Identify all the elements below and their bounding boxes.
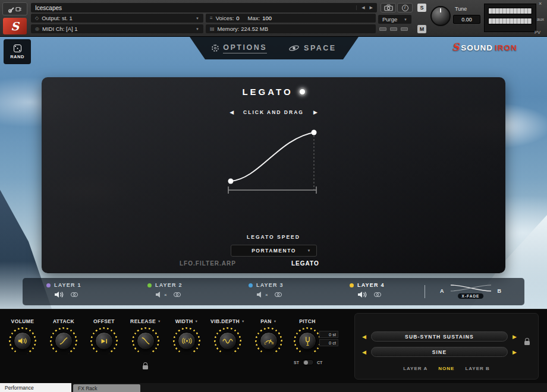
output-icon: ◇ bbox=[35, 15, 39, 21]
legato-curve[interactable] bbox=[231, 132, 314, 181]
layer-3-tab[interactable]: LAYER 3 × bbox=[249, 282, 284, 298]
legato-curve-graph[interactable] bbox=[224, 124, 321, 201]
output-value: Output: st. 1 bbox=[42, 15, 73, 21]
mute-x-icon: × bbox=[265, 292, 268, 298]
tune-value[interactable]: 0.00 bbox=[453, 15, 480, 24]
midi-value: MIDI Ch: [A] 1 bbox=[42, 26, 78, 32]
close-button[interactable]: × bbox=[539, 1, 542, 7]
volume-knob-unit: VOLUME bbox=[3, 318, 42, 355]
link-icon[interactable] bbox=[174, 292, 181, 297]
tab-options[interactable]: OPTIONS bbox=[212, 43, 267, 53]
release-menu-arrow[interactable]: ▼ bbox=[158, 320, 161, 323]
aux-label[interactable]: aux bbox=[537, 17, 544, 22]
pitch-knob[interactable] bbox=[294, 327, 321, 355]
link-icon[interactable] bbox=[275, 292, 282, 297]
next-arrow-icon[interactable]: ▶ bbox=[313, 109, 317, 115]
layerbar-divider bbox=[425, 285, 425, 298]
info-button[interactable]: i bbox=[397, 3, 413, 12]
pitch-label: PITCH bbox=[299, 318, 316, 324]
prev-arrow-icon[interactable]: ◀ bbox=[230, 109, 234, 115]
prev-waveform-arrow[interactable]: ◀ bbox=[362, 349, 366, 355]
snapshot-button[interactable] bbox=[381, 3, 396, 12]
legato-speed-label: LEGATO SPEED bbox=[42, 234, 505, 240]
tuning-fork-icon bbox=[304, 336, 311, 346]
tools-button[interactable] bbox=[2, 2, 27, 15]
header-led-indicators bbox=[379, 27, 408, 31]
layer-3-label: LAYER 3 bbox=[256, 282, 284, 288]
pan-knob-unit: PAN ▼ L R bbox=[249, 318, 288, 355]
level-meter-left bbox=[488, 8, 532, 14]
pan-knob[interactable]: L R bbox=[255, 327, 282, 355]
layer-2-tab[interactable]: LAYER 2 × bbox=[147, 282, 183, 298]
offset-label: OFFSET bbox=[93, 318, 115, 324]
prev-instrument-arrow[interactable]: ◀ bbox=[361, 5, 364, 10]
page-link-legato[interactable]: LEGATO bbox=[291, 260, 319, 267]
xfade-control: A X-FADE B bbox=[440, 283, 501, 299]
tab-space[interactable]: SPACE bbox=[288, 44, 337, 52]
release-knob[interactable] bbox=[132, 327, 159, 355]
attack-label: ATTACK bbox=[53, 318, 74, 324]
memory-readout: ▤ Memory: 224.52 MB bbox=[206, 24, 376, 33]
legato-speed-dropdown[interactable]: PORTAMENTO ▼ bbox=[231, 245, 317, 257]
tab-space-label: SPACE bbox=[304, 44, 337, 52]
width-knob[interactable] bbox=[173, 327, 200, 355]
none-option[interactable]: NONE bbox=[438, 366, 454, 371]
curve-end-handle[interactable] bbox=[312, 130, 317, 135]
purge-button[interactable]: Purge ▼ bbox=[378, 15, 411, 24]
solo-button[interactable]: S bbox=[417, 4, 426, 12]
articulation-selector[interactable]: SUB-SYNTH SUSTAINS bbox=[371, 331, 508, 342]
preset-lock-icon[interactable] bbox=[524, 341, 530, 345]
layer-1-header: LAYER 1 bbox=[46, 282, 81, 288]
curve-start-handle[interactable] bbox=[228, 179, 234, 184]
output-selector[interactable]: ◇ Output: st. 1 ▼ bbox=[31, 14, 203, 23]
soundiron-logo: S SOUND IRON bbox=[452, 41, 517, 53]
link-icon[interactable] bbox=[71, 292, 78, 297]
layer-4-header: LAYER 4 bbox=[350, 282, 385, 288]
width-menu-arrow[interactable]: ▼ bbox=[195, 320, 199, 323]
st-ct-toggle[interactable] bbox=[302, 359, 314, 365]
offset-knob[interactable] bbox=[90, 327, 118, 355]
speaker-on-icon[interactable] bbox=[357, 291, 367, 298]
instrument-title-strip[interactable]: Icescapes ◀ ▶ bbox=[31, 3, 377, 12]
led-indicator bbox=[390, 27, 397, 31]
volume-knob[interactable] bbox=[9, 327, 36, 355]
tune-knob[interactable] bbox=[430, 6, 451, 26]
layer-ab-selector: LAYER A NONE LAYER B bbox=[355, 366, 538, 371]
mute-button[interactable]: M bbox=[417, 25, 426, 33]
xfade-slider[interactable]: X-FADE bbox=[449, 283, 493, 299]
tab-fx-rack[interactable]: FX Rack bbox=[73, 384, 140, 392]
click-drag-label: CLICK AND DRAG bbox=[243, 109, 304, 115]
layer-1-tab[interactable]: LAYER 1 bbox=[46, 282, 81, 298]
speaker-muted-icon[interactable] bbox=[256, 291, 263, 298]
attack-knob[interactable] bbox=[50, 327, 77, 355]
performance-controls: VOLUME ATTACK bbox=[0, 309, 547, 383]
vibdepth-menu-arrow[interactable]: ▼ bbox=[241, 320, 245, 323]
speaker-muted-icon[interactable] bbox=[155, 291, 162, 298]
speaker-on-icon[interactable] bbox=[54, 291, 64, 298]
next-waveform-arrow[interactable]: ▶ bbox=[513, 349, 517, 355]
next-articulation-arrow[interactable]: ▶ bbox=[513, 334, 517, 340]
svg-text:L: L bbox=[264, 342, 266, 345]
waveform-selector[interactable]: SINE bbox=[371, 347, 508, 357]
pan-menu-arrow[interactable]: ▼ bbox=[274, 320, 277, 323]
attack-ramp-icon bbox=[59, 336, 68, 346]
pv-label[interactable]: PV bbox=[535, 30, 540, 35]
pitch-cent-value[interactable]: 0 ct bbox=[319, 339, 338, 346]
layer-2-controls: × bbox=[155, 291, 183, 298]
midi-channel-selector[interactable]: ◎ MIDI Ch: [A] 1 ▼ bbox=[31, 24, 203, 33]
layer-a-option[interactable]: LAYER A bbox=[403, 366, 427, 371]
pitch-semitone-value[interactable]: 0 st bbox=[319, 331, 338, 338]
tab-performance[interactable]: Performance bbox=[0, 383, 71, 392]
sample-offset-icon bbox=[100, 337, 109, 346]
page-link-lfo-filter-arp[interactable]: LFO.FILTER.ARP bbox=[180, 260, 236, 267]
release-lock-icon[interactable] bbox=[143, 365, 148, 369]
vibdepth-knob[interactable] bbox=[214, 327, 241, 355]
legato-enable-toggle[interactable] bbox=[300, 89, 305, 94]
layer-b-option[interactable]: LAYER B bbox=[465, 366, 489, 371]
layer-4-tab[interactable]: LAYER 4 bbox=[350, 282, 385, 298]
prev-articulation-arrow[interactable]: ◀ bbox=[362, 334, 366, 340]
link-icon[interactable] bbox=[374, 292, 381, 297]
release-label: RELEASE bbox=[130, 318, 156, 324]
next-instrument-arrow[interactable]: ▶ bbox=[370, 5, 373, 10]
randomize-button[interactable]: RAND bbox=[4, 39, 31, 64]
